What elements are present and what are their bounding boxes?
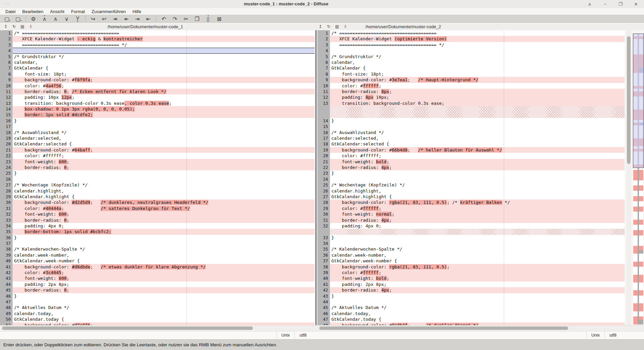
code-line[interactable]: calendar:selected,: [330, 135, 625, 141]
right-horizontal-scrollbar[interactable]: [317, 325, 625, 331]
code-line[interactable]: background-color: #d7e8f6;: [13, 322, 315, 325]
copy-selection-left-button[interactable]: ↩: [99, 15, 110, 23]
code-line[interactable]: border-radius: 8px;: [330, 89, 625, 94]
gap-line[interactable]: [330, 106, 625, 112]
code-line[interactable]: border: 1px solid #dcdfe2;: [13, 112, 315, 118]
paste-button[interactable]: ▯▪: [203, 15, 214, 23]
realign-all-button[interactable]: ⚙: [28, 15, 39, 23]
code-line[interactable]: background-color: #66b4d8; /* heller Bla…: [330, 147, 625, 153]
code-line[interactable]: font-weight: normal;: [330, 211, 625, 217]
code-line[interactable]: /* Wochentage (Kopfzeile) */: [13, 182, 315, 188]
vertical-scrollbar-thumb[interactable]: [627, 36, 631, 164]
code-line[interactable]: calendar.today,: [330, 311, 625, 316]
code-line[interactable]: font-weight: 600;: [13, 275, 315, 281]
code-line[interactable]: GtkCalendar.week-number {: [13, 258, 315, 264]
code-line[interactable]: padding: 2px 8px;: [330, 281, 625, 287]
copy-left-into-selection-button[interactable]: ⇤: [143, 15, 154, 23]
code-line[interactable]: [13, 176, 315, 182]
code-line[interactable]: }: [330, 118, 625, 124]
code-line[interactable]: [13, 240, 315, 246]
code-line[interactable]: color: #ffffff;: [330, 153, 625, 159]
code-line[interactable]: }: [13, 235, 315, 240]
code-line[interactable]: XFCE Kalender-Widget (optimierte Version…: [330, 36, 625, 42]
save-button[interactable]: ▤: [334, 24, 340, 29]
code-line[interactable]: color: #ffffff;: [330, 83, 625, 89]
code-line[interactable]: /* Auswahlzustand */: [330, 130, 625, 135]
code-line[interactable]: /* Aktuelles Datum */: [330, 305, 625, 310]
code-line[interactable]: border-bottom: 1px solid #bcbfc2;: [13, 229, 315, 234]
left-horizontal-scrollbar[interactable]: [0, 325, 315, 331]
new-file-button[interactable]: ▢+: [1, 15, 12, 23]
reload-button[interactable]: ↻: [326, 24, 332, 29]
code-line[interactable]: box-shadow: 0 1px 3px rgba(0, 0, 0, 0.05…: [13, 106, 315, 112]
code-line[interactable]: background-color: #f8f9fa;: [13, 77, 315, 83]
code-line[interactable]: GtkCalendar.today {: [330, 316, 625, 322]
code-line[interactable]: GtkCalendar {: [330, 65, 625, 71]
save-as-button[interactable]: ⇩: [28, 24, 34, 29]
code-line[interactable]: border-radius: 0; /* Ecken entfernt für …: [13, 89, 315, 94]
left-code-pane[interactable]: /* =====================================…: [13, 30, 315, 325]
code-line[interactable]: /* Grundstruktur */: [13, 54, 315, 59]
code-line[interactable]: font-weight: bold;: [330, 159, 625, 165]
code-line[interactable]: border-radius: 4px;: [330, 165, 625, 170]
code-line[interactable]: /* Grundstruktur */: [330, 54, 625, 59]
code-line[interactable]: padding: 10px 12px;: [13, 94, 315, 100]
code-line[interactable]: font-weight: 600;: [13, 211, 315, 217]
code-line[interactable]: font-size: 18pt;: [330, 71, 625, 77]
code-line[interactable]: background-color: #0e3b4f; /* dunkler Ak…: [330, 322, 625, 325]
code-line[interactable]: font-weight: 600;: [13, 159, 315, 165]
open-file-button[interactable]: ▢+: [12, 15, 23, 23]
first-difference-button[interactable]: ∧•: [39, 15, 50, 23]
code-line[interactable]: GtkCalendar {: [13, 65, 315, 71]
menu-item-hilfe[interactable]: Hilfe: [129, 9, 145, 14]
code-line[interactable]: GtkCalendar.today {: [13, 316, 315, 322]
code-line[interactable]: }: [330, 170, 625, 176]
minimize-button[interactable]: −: [602, 2, 608, 6]
menu-item-datei[interactable]: Datei: [2, 9, 19, 14]
code-line[interactable]: calendar,: [330, 59, 625, 65]
code-line[interactable]: GtkCalendar.highlight {: [13, 194, 315, 200]
code-line[interactable]: color: #ffffff;: [330, 206, 625, 211]
menu-item-format[interactable]: Format: [68, 9, 88, 14]
code-line[interactable]: background-color: #64baff;: [13, 147, 315, 153]
code-line[interactable]: border-radius: 0;: [13, 217, 315, 223]
code-line[interactable]: font-size: 18pt;: [13, 71, 315, 77]
code-line[interactable]: padding: 2px 8px;: [13, 281, 315, 287]
line-format-indicator[interactable]: Unix: [276, 331, 294, 339]
encoding-indicator[interactable]: utf8: [294, 331, 311, 339]
code-line[interactable]: /* Kalenderwochen-Spalte */: [330, 246, 625, 252]
code-line[interactable]: /* Wochentage (Kopfzeile) */: [330, 182, 625, 188]
code-line[interactable]: [330, 124, 625, 129]
code-line[interactable]: calendar,: [13, 59, 315, 65]
code-line[interactable]: /* Aktuelles Datum */: [13, 305, 315, 310]
redo-button[interactable]: ↷: [169, 15, 180, 23]
copy-selection-right-button[interactable]: ↪: [88, 15, 99, 23]
code-line[interactable]: /* =====================================: [330, 30, 625, 36]
code-line[interactable]: border-radius: 0;: [13, 287, 315, 293]
open-button[interactable]: ↥: [3, 24, 9, 29]
code-line[interactable]: transition: background-color 0.3s ease, …: [13, 100, 315, 106]
code-line[interactable]: background-color: rgba(21, 83, 111, 0.5)…: [330, 264, 625, 270]
code-line[interactable]: }: [330, 293, 625, 299]
merge-from-left-button[interactable]: ↠: [110, 15, 121, 23]
merge-from-right-button[interactable]: ↞: [121, 15, 132, 23]
save-button[interactable]: ▤: [19, 24, 25, 29]
code-line[interactable]: background-color: #d2d5d9; /* dunkleres,…: [13, 200, 315, 205]
code-line[interactable]: /* Auswahlzustand */: [13, 130, 315, 135]
reload-button[interactable]: ↻: [11, 24, 17, 29]
code-line[interactable]: [330, 240, 625, 246]
encoding-indicator[interactable]: utf8: [604, 331, 621, 339]
code-line[interactable]: calendar.week-number,: [13, 252, 315, 258]
code-line[interactable]: calendar.highlight,: [330, 188, 625, 194]
menu-item-ansicht[interactable]: Ansicht: [47, 9, 68, 14]
cut-button[interactable]: ✂: [180, 15, 192, 23]
close-button[interactable]: ✕: [633, 2, 639, 6]
code-line[interactable]: calendar.week-number,: [330, 252, 625, 258]
code-line[interactable]: background-color: #d8dbde; /* etwas dunk…: [13, 264, 315, 270]
code-line[interactable]: /* Kalenderwochen-Spalte */: [13, 246, 315, 252]
vertical-scrollbar[interactable]: [626, 30, 631, 325]
code-line[interactable]: color: #3c4045;: [13, 270, 315, 275]
pane-divider[interactable]: [315, 30, 317, 325]
code-line[interactable]: [330, 176, 625, 182]
code-line[interactable]: color: #4a4f56;: [13, 83, 315, 89]
